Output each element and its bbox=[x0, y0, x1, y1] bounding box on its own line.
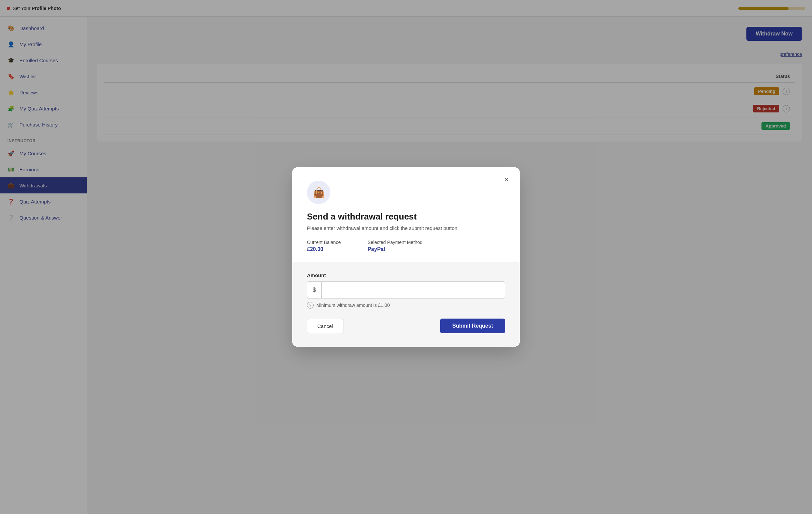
modal-actions: Cancel Submit Request bbox=[307, 319, 505, 333]
balance-info: Current Balance £20.00 bbox=[307, 240, 341, 252]
submit-request-button[interactable]: Submit Request bbox=[440, 319, 505, 333]
wallet-icon: 👜 bbox=[313, 187, 325, 199]
help-circle-icon: ? bbox=[307, 302, 314, 308]
modal-title: Send a withdrawal request bbox=[307, 211, 505, 222]
cancel-button[interactable]: Cancel bbox=[307, 319, 343, 333]
amount-input-wrapper: $ bbox=[307, 281, 505, 299]
payment-label: Selected Payment Method bbox=[368, 240, 423, 245]
payment-value: PayPal bbox=[368, 246, 423, 252]
modal-info-row: Current Balance £20.00 Selected Payment … bbox=[307, 240, 505, 252]
amount-label: Amount bbox=[307, 272, 505, 278]
modal-bottom-section: Amount $ ? Minimum withdraw amount is £1… bbox=[292, 262, 520, 347]
modal-close-button[interactable]: × bbox=[500, 173, 513, 185]
min-note-text: Minimum withdraw amount is £1.00 bbox=[316, 303, 389, 308]
modal-subtitle: Please enter withdrawal amount and click… bbox=[307, 225, 505, 231]
payment-method-info: Selected Payment Method PayPal bbox=[368, 240, 423, 252]
amount-input[interactable] bbox=[322, 282, 505, 298]
amount-prefix: $ bbox=[307, 282, 322, 298]
modal-top-section: 👜 Send a withdrawal request Please enter… bbox=[292, 167, 520, 262]
modal-icon-circle: 👜 bbox=[307, 181, 330, 204]
balance-value: £20.00 bbox=[307, 246, 341, 252]
balance-label: Current Balance bbox=[307, 240, 341, 245]
modal-overlay[interactable]: × 👜 Send a withdrawal request Please ent… bbox=[0, 0, 812, 514]
min-withdraw-note: ? Minimum withdraw amount is £1.00 bbox=[307, 302, 505, 308]
withdrawal-modal: × 👜 Send a withdrawal request Please ent… bbox=[292, 167, 520, 347]
